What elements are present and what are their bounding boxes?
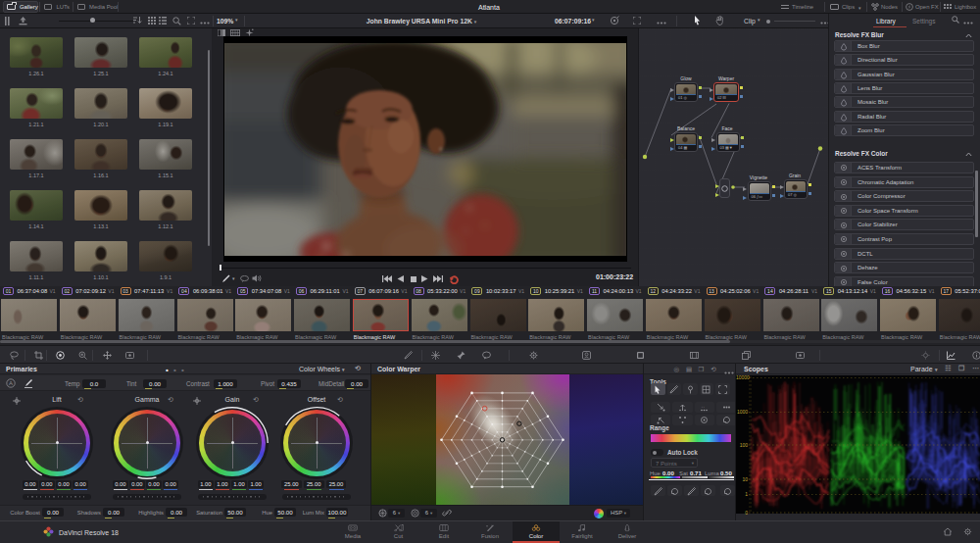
svg-text:↔: ↔ xyxy=(701,404,706,409)
svg-text:A: A xyxy=(9,380,13,386)
